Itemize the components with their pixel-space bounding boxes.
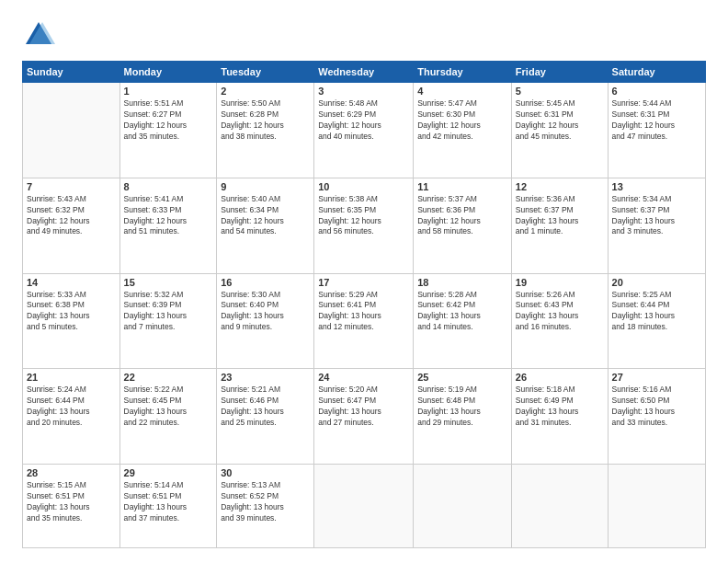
day-info: Sunrise: 5:41 AM Sunset: 6:33 PM Dayligh…: [124, 194, 213, 238]
day-info: Sunrise: 5:43 AM Sunset: 6:32 PM Dayligh…: [27, 194, 116, 238]
day-info: Sunrise: 5:14 AM Sunset: 6:51 PM Dayligh…: [124, 480, 213, 524]
day-number: 2: [221, 86, 310, 97]
calendar-cell: [608, 465, 705, 548]
calendar-cell: 27Sunrise: 5:16 AM Sunset: 6:50 PM Dayli…: [608, 369, 705, 465]
day-info: Sunrise: 5:37 AM Sunset: 6:36 PM Dayligh…: [417, 194, 507, 238]
day-info: Sunrise: 5:50 AM Sunset: 6:28 PM Dayligh…: [221, 98, 310, 143]
day-number: 17: [318, 277, 409, 288]
day-info: Sunrise: 5:29 AM Sunset: 6:41 PM Dayligh…: [318, 290, 409, 334]
day-number: 28: [27, 467, 116, 478]
day-number: 24: [318, 372, 409, 383]
calendar-cell: 16Sunrise: 5:30 AM Sunset: 6:40 PM Dayli…: [217, 273, 314, 369]
calendar-cell: 2Sunrise: 5:50 AM Sunset: 6:28 PM Daylig…: [217, 83, 314, 178]
day-info: Sunrise: 5:18 AM Sunset: 6:49 PM Dayligh…: [516, 385, 604, 429]
calendar-cell: 25Sunrise: 5:19 AM Sunset: 6:48 PM Dayli…: [414, 369, 512, 465]
day-info: Sunrise: 5:16 AM Sunset: 6:50 PM Dayligh…: [612, 385, 701, 429]
calendar-header-row: Sunday Monday Tuesday Wednesday Thursday…: [23, 62, 706, 83]
calendar-cell: 19Sunrise: 5:26 AM Sunset: 6:43 PM Dayli…: [511, 273, 608, 369]
day-number: 9: [221, 181, 310, 192]
day-info: Sunrise: 5:22 AM Sunset: 6:45 PM Dayligh…: [124, 385, 213, 429]
calendar-table: Sunday Monday Tuesday Wednesday Thursday…: [22, 61, 706, 548]
calendar-cell: 20Sunrise: 5:25 AM Sunset: 6:44 PM Dayli…: [608, 273, 705, 369]
day-number: 12: [516, 181, 604, 192]
day-number: 3: [318, 86, 409, 97]
day-number: 21: [27, 372, 116, 383]
calendar-cell: 18Sunrise: 5:28 AM Sunset: 6:42 PM Dayli…: [414, 273, 512, 369]
calendar-cell: [511, 465, 608, 548]
header-tuesday: Tuesday: [217, 62, 314, 83]
calendar-cell: 1Sunrise: 5:51 AM Sunset: 6:27 PM Daylig…: [119, 83, 217, 178]
calendar-cell: 3Sunrise: 5:48 AM Sunset: 6:29 PM Daylig…: [314, 83, 414, 178]
day-info: Sunrise: 5:28 AM Sunset: 6:42 PM Dayligh…: [417, 290, 507, 334]
logo-icon: [22, 18, 55, 52]
day-info: Sunrise: 5:26 AM Sunset: 6:43 PM Dayligh…: [516, 290, 604, 334]
day-number: 8: [124, 181, 213, 192]
calendar-cell: 15Sunrise: 5:32 AM Sunset: 6:39 PM Dayli…: [119, 273, 217, 369]
calendar-cell: [314, 465, 414, 548]
day-number: 23: [221, 372, 310, 383]
day-info: Sunrise: 5:21 AM Sunset: 6:46 PM Dayligh…: [221, 385, 310, 429]
day-number: 14: [27, 277, 116, 288]
header-saturday: Saturday: [608, 62, 705, 83]
header-friday: Friday: [511, 62, 608, 83]
day-number: 26: [516, 372, 604, 383]
day-number: 7: [27, 181, 116, 192]
calendar-cell: 5Sunrise: 5:45 AM Sunset: 6:31 PM Daylig…: [511, 83, 608, 178]
day-info: Sunrise: 5:47 AM Sunset: 6:30 PM Dayligh…: [417, 98, 507, 143]
header-wednesday: Wednesday: [314, 62, 414, 83]
calendar-cell: 21Sunrise: 5:24 AM Sunset: 6:44 PM Dayli…: [23, 369, 120, 465]
calendar-cell: 23Sunrise: 5:21 AM Sunset: 6:46 PM Dayli…: [217, 369, 314, 465]
calendar-cell: 12Sunrise: 5:36 AM Sunset: 6:37 PM Dayli…: [511, 178, 608, 273]
day-number: 1: [124, 86, 213, 97]
day-number: 11: [417, 181, 507, 192]
day-info: Sunrise: 5:40 AM Sunset: 6:34 PM Dayligh…: [221, 194, 310, 238]
day-info: Sunrise: 5:24 AM Sunset: 6:44 PM Dayligh…: [27, 385, 116, 429]
calendar-cell: 7Sunrise: 5:43 AM Sunset: 6:32 PM Daylig…: [23, 178, 120, 273]
calendar-cell: 11Sunrise: 5:37 AM Sunset: 6:36 PM Dayli…: [414, 178, 512, 273]
calendar-cell: 6Sunrise: 5:44 AM Sunset: 6:31 PM Daylig…: [608, 83, 705, 178]
day-info: Sunrise: 5:36 AM Sunset: 6:37 PM Dayligh…: [516, 194, 604, 238]
day-number: 25: [417, 372, 507, 383]
logo: [22, 18, 57, 52]
day-info: Sunrise: 5:44 AM Sunset: 6:31 PM Dayligh…: [612, 98, 701, 143]
calendar-cell: 4Sunrise: 5:47 AM Sunset: 6:30 PM Daylig…: [414, 83, 512, 178]
day-number: 13: [612, 181, 701, 192]
calendar-cell: 29Sunrise: 5:14 AM Sunset: 6:51 PM Dayli…: [119, 465, 217, 548]
day-number: 4: [417, 86, 507, 97]
day-info: Sunrise: 5:13 AM Sunset: 6:52 PM Dayligh…: [221, 480, 310, 524]
calendar-cell: 17Sunrise: 5:29 AM Sunset: 6:41 PM Dayli…: [314, 273, 414, 369]
day-info: Sunrise: 5:19 AM Sunset: 6:48 PM Dayligh…: [417, 385, 507, 429]
day-number: 27: [612, 372, 701, 383]
day-info: Sunrise: 5:32 AM Sunset: 6:39 PM Dayligh…: [124, 290, 213, 334]
calendar-cell: 9Sunrise: 5:40 AM Sunset: 6:34 PM Daylig…: [217, 178, 314, 273]
day-info: Sunrise: 5:45 AM Sunset: 6:31 PM Dayligh…: [516, 98, 604, 143]
page: Sunday Monday Tuesday Wednesday Thursday…: [0, 0, 728, 563]
day-info: Sunrise: 5:34 AM Sunset: 6:37 PM Dayligh…: [612, 194, 701, 238]
calendar-cell: 10Sunrise: 5:38 AM Sunset: 6:35 PM Dayli…: [314, 178, 414, 273]
header-thursday: Thursday: [414, 62, 512, 83]
day-number: 5: [516, 86, 604, 97]
day-number: 15: [124, 277, 213, 288]
calendar-cell: 13Sunrise: 5:34 AM Sunset: 6:37 PM Dayli…: [608, 178, 705, 273]
day-number: 16: [221, 277, 310, 288]
day-info: Sunrise: 5:25 AM Sunset: 6:44 PM Dayligh…: [612, 290, 701, 334]
header-sunday: Sunday: [23, 62, 120, 83]
day-info: Sunrise: 5:48 AM Sunset: 6:29 PM Dayligh…: [318, 98, 409, 143]
day-info: Sunrise: 5:38 AM Sunset: 6:35 PM Dayligh…: [318, 194, 409, 238]
day-info: Sunrise: 5:51 AM Sunset: 6:27 PM Dayligh…: [124, 98, 213, 143]
day-number: 20: [612, 277, 701, 288]
day-info: Sunrise: 5:33 AM Sunset: 6:38 PM Dayligh…: [27, 290, 116, 334]
day-number: 22: [124, 372, 213, 383]
calendar-cell: 14Sunrise: 5:33 AM Sunset: 6:38 PM Dayli…: [23, 273, 120, 369]
day-number: 29: [124, 467, 213, 478]
calendar-cell: 30Sunrise: 5:13 AM Sunset: 6:52 PM Dayli…: [217, 465, 314, 548]
calendar-cell: [414, 465, 512, 548]
day-info: Sunrise: 5:20 AM Sunset: 6:47 PM Dayligh…: [318, 385, 409, 429]
calendar-cell: 24Sunrise: 5:20 AM Sunset: 6:47 PM Dayli…: [314, 369, 414, 465]
header-monday: Monday: [119, 62, 217, 83]
calendar-cell: 22Sunrise: 5:22 AM Sunset: 6:45 PM Dayli…: [119, 369, 217, 465]
calendar-cell: 8Sunrise: 5:41 AM Sunset: 6:33 PM Daylig…: [119, 178, 217, 273]
calendar-cell: [23, 83, 120, 178]
day-number: 19: [516, 277, 604, 288]
day-info: Sunrise: 5:30 AM Sunset: 6:40 PM Dayligh…: [221, 290, 310, 334]
